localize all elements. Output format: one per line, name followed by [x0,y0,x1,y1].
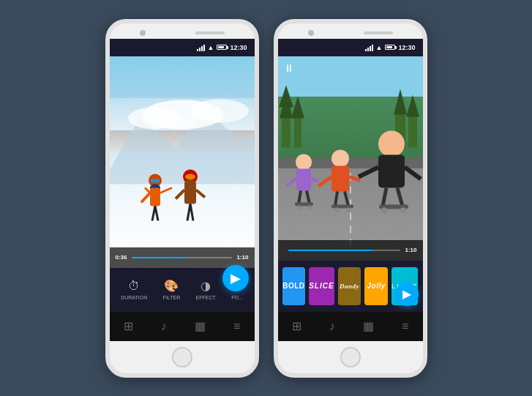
tool-filter-label: FILTER [163,295,181,300]
svg-marker-27 [394,89,407,114]
svg-rect-50 [296,168,311,190]
nav-gallery-left[interactable]: ▦ [195,319,206,333]
timestamp-end-right: 1:10 [405,247,416,253]
tool-filter[interactable]: 🎨 FILTER [163,279,181,300]
svg-marker-23 [279,85,293,107]
filter-bold[interactable]: BOLD [282,267,306,305]
status-bar-left: ▲ 12:30 [110,39,255,56]
progress-fill-right [288,250,372,251]
svg-point-31 [378,130,405,157]
screen-left: 0:36 1:10 ⏱ DURATION 🎨 FILTER [110,56,255,341]
filter-slice-label: SLICE [309,282,334,290]
fab-right[interactable]: ▶ [395,283,419,306]
nav-music-right[interactable]: ♪ [329,320,335,333]
nav-music-left[interactable]: ♪ [161,320,167,333]
svg-point-56 [297,205,301,209]
pause-icon: ⏸ [284,62,294,74]
svg-rect-6 [150,187,160,206]
svg-line-16 [196,190,205,197]
svg-line-9 [160,187,172,193]
progress-bar-left[interactable] [132,257,233,258]
svg-line-17 [176,190,184,198]
svg-rect-55 [295,202,313,206]
svg-line-7 [141,193,150,202]
video-area-left[interactable]: 0:36 1:10 [110,56,255,268]
signal-bar-2 [199,48,201,51]
status-time-left: 12:30 [230,44,247,51]
svg-line-8 [145,187,150,193]
fab-left[interactable]: ▶ [222,265,249,291]
screen-right: ⏸ 1:10 BOLD SLICE Dan [278,56,423,341]
skate-scene [278,56,423,261]
svg-marker-29 [406,94,419,116]
video-area-right[interactable]: ⏸ 1:10 [278,56,423,261]
duration-icon: ⏱ [128,280,140,293]
svg-point-3 [190,99,249,122]
signal-bar-r3 [370,46,371,51]
phone-speaker-left [195,31,225,34]
progress-fill-left [132,257,187,258]
nav-gallery-right[interactable]: ▦ [363,319,374,333]
signal-bar-3 [201,46,203,51]
tool-effect-label: EFFECT [196,295,216,300]
filter-dandy[interactable]: Dandy [338,267,361,305]
nav-add-left[interactable]: ⊞ [124,319,133,333]
svg-line-52 [311,178,318,182]
svg-point-40 [331,149,349,167]
fab-icon-right: ▶ [402,287,411,301]
battery-icon-right [385,45,395,50]
signal-bar-1 [197,49,198,51]
home-button-right[interactable] [340,347,361,367]
wifi-icon-left: ▲ [208,44,214,51]
phone-top-notch-right [278,23,423,39]
filter-slice[interactable]: SLICE [309,267,334,305]
filter-bold-label: BOLD [282,282,304,290]
toolbar-left: ⏱ DURATION 🎨 FILTER ◑ EFFECT ⊞ FO... ▶ [110,268,255,312]
svg-line-42 [318,176,331,186]
home-button-left[interactable] [172,347,192,367]
signal-bar-r1 [365,49,367,51]
battery-fill-right [386,46,392,48]
svg-rect-28 [408,113,417,147]
video-overlay-right: 1:10 [278,240,423,261]
svg-line-19 [190,203,193,220]
front-camera-left [140,30,146,36]
svg-line-33 [359,167,378,176]
svg-point-57 [307,205,312,209]
filter-dandy-label: Dandy [340,283,359,290]
progress-bar-right[interactable] [288,250,401,251]
phone-right: ▲ 12:30 [274,19,427,378]
bottom-nav-right: ⊞ ♪ ▦ ≡ [278,312,423,341]
svg-rect-32 [378,154,405,187]
status-icons-left: ▲ 12:30 [197,44,247,51]
signal-bar-r2 [367,48,369,51]
filter-icon: 🎨 [164,279,179,293]
svg-point-39 [400,207,406,213]
svg-point-38 [381,207,387,213]
nav-settings-left[interactable]: ≡ [233,320,240,333]
svg-line-53 [299,190,301,203]
svg-line-51 [287,178,296,185]
svg-point-47 [334,207,339,212]
svg-rect-12 [151,179,160,182]
tool-effect[interactable]: ◑ EFFECT [196,279,216,300]
phone-left: ▲ 12:30 [105,19,259,378]
filter-jolly[interactable]: Jolly [364,267,388,305]
tool-duration-label: DURATION [121,295,147,300]
svg-point-49 [296,154,312,170]
signal-icon-right [365,44,373,51]
bottom-nav-left: ⊞ ♪ ▦ ≡ [110,312,255,341]
scene-svg-right [278,56,423,261]
svg-point-48 [346,207,351,212]
svg-point-20 [185,173,195,179]
nav-add-right[interactable]: ⊞ [292,319,301,333]
phone-bottom-right [278,341,423,373]
wifi-icon-right: ▲ [376,44,383,51]
play-pause-button[interactable]: ⏸ [284,62,294,74]
app-container: ▲ 12:30 [105,19,427,378]
tool-duration[interactable]: ⏱ DURATION [121,280,147,300]
nav-settings-right[interactable]: ≡ [402,320,408,333]
timestamp-end-left: 1:10 [236,254,248,261]
svg-point-2 [128,107,179,129]
svg-line-54 [307,190,310,203]
